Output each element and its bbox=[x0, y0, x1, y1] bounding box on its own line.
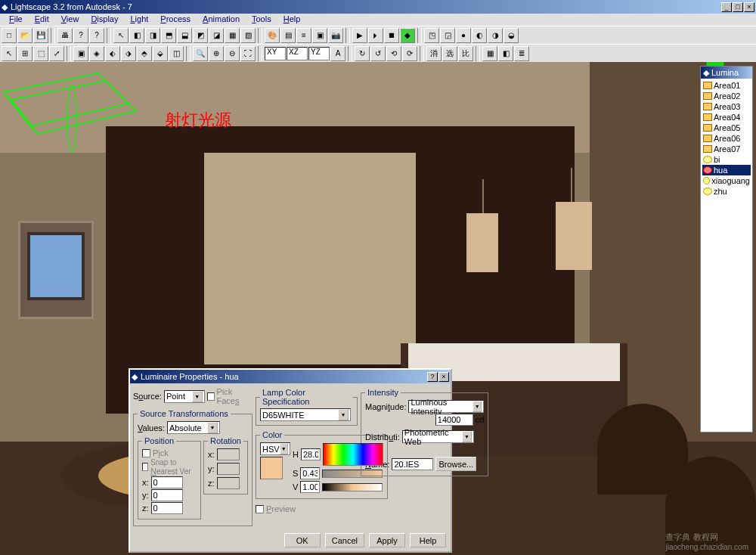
dialog-titlebar[interactable]: ◆ Luminaire Properties - hua ? × bbox=[130, 370, 451, 383]
tb1-new-icon[interactable]: □ bbox=[2, 28, 17, 43]
tb1-open-icon[interactable]: 📂 bbox=[17, 28, 33, 43]
luminaire-panel-title[interactable]: ◆ Lumina bbox=[701, 67, 752, 79]
menu-file[interactable]: File bbox=[3, 14, 29, 26]
tb1-ext5-icon[interactable]: ◑ bbox=[488, 28, 503, 43]
rx-input[interactable] bbox=[217, 448, 240, 460]
tb2-m1-icon[interactable]: ▣ bbox=[73, 46, 88, 61]
tb2-r4-icon[interactable]: ⟳ bbox=[402, 46, 417, 61]
tb1-sel2-icon[interactable]: ◨ bbox=[145, 28, 160, 43]
cancel-button[interactable]: Cancel bbox=[325, 533, 364, 547]
tree-item-Area04[interactable]: Area04 bbox=[702, 112, 751, 122]
h-input[interactable] bbox=[301, 448, 321, 460]
z-input[interactable] bbox=[151, 502, 183, 514]
tb2-m2-icon[interactable]: ◈ bbox=[89, 46, 104, 61]
close-button[interactable]: × bbox=[744, 2, 754, 12]
tree-item-hua[interactable]: hua bbox=[702, 165, 751, 175]
menu-animation[interactable]: Animation bbox=[197, 14, 246, 26]
y-input[interactable] bbox=[151, 489, 183, 501]
tb1-sel7-icon[interactable]: ▦ bbox=[225, 28, 240, 43]
x-input[interactable] bbox=[151, 476, 183, 488]
lamp-select[interactable]: D65WHITE▼ bbox=[260, 408, 351, 421]
tree-item-Area05[interactable]: Area05 bbox=[702, 122, 751, 133]
tb1-what-icon[interactable]: ? bbox=[89, 28, 104, 43]
tree-item-bi[interactable]: bi bbox=[702, 154, 751, 165]
tb2-grid-icon[interactable]: ⊞ bbox=[17, 46, 33, 61]
tb1-box-icon[interactable]: ◆ bbox=[400, 28, 415, 43]
tb1-render1-icon[interactable]: ▶ bbox=[352, 28, 367, 43]
tb1-arrow-icon[interactable]: ↖ bbox=[113, 28, 129, 43]
pick-checkbox[interactable] bbox=[142, 449, 150, 457]
apply-button[interactable]: Apply bbox=[369, 533, 405, 547]
values-select[interactable]: Absolute▼ bbox=[167, 421, 220, 434]
tb2-scale-icon[interactable]: ⤢ bbox=[49, 46, 64, 61]
menu-display[interactable]: Display bbox=[85, 14, 124, 26]
tb1-ext6-icon[interactable]: ◒ bbox=[503, 28, 519, 43]
tb2-m7-icon[interactable]: ◫ bbox=[169, 46, 184, 61]
pickfaces-checkbox[interactable] bbox=[207, 392, 215, 401]
tb1-sel6-icon[interactable]: ◪ bbox=[209, 28, 224, 43]
tree-item-Area01[interactable]: Area01 bbox=[702, 80, 751, 91]
menu-light[interactable]: Light bbox=[124, 14, 154, 26]
magnitude-type-select[interactable]: Luminous Intensity▼ bbox=[408, 400, 484, 413]
tb2-m3-icon[interactable]: ⬖ bbox=[105, 46, 120, 61]
tb2-cj3[interactable]: 比 bbox=[458, 46, 473, 61]
tb2-cj2[interactable]: 选 bbox=[442, 46, 457, 61]
tree-item-zhu[interactable]: zhu bbox=[702, 186, 751, 197]
magnitude-input[interactable] bbox=[435, 414, 473, 426]
menu-help[interactable]: Help bbox=[277, 14, 307, 26]
tb2-r2-icon[interactable]: ↺ bbox=[370, 46, 386, 61]
tb1-sel8-icon[interactable]: ▧ bbox=[240, 28, 256, 43]
tb1-sel1-icon[interactable]: ◧ bbox=[129, 28, 144, 43]
name-input[interactable] bbox=[392, 458, 433, 470]
tb1-ext1-icon[interactable]: ◳ bbox=[424, 28, 439, 43]
tb1-ext2-icon[interactable]: ◲ bbox=[440, 28, 455, 43]
viewport[interactable]: 射灯光源 ◆ Lumina Area01Area02Area03Area04Ar… bbox=[0, 62, 756, 555]
menu-edit[interactable]: Edit bbox=[29, 14, 55, 26]
v-input[interactable] bbox=[300, 481, 320, 493]
rz-input[interactable] bbox=[217, 477, 240, 489]
snap-checkbox[interactable] bbox=[142, 463, 148, 471]
dialog-close-button[interactable]: × bbox=[438, 372, 449, 382]
tb1-mat2-icon[interactable]: ▤ bbox=[280, 28, 296, 43]
tb2-cursor-icon[interactable]: ↖ bbox=[2, 46, 17, 61]
color-swatch[interactable] bbox=[260, 457, 283, 479]
dialog-help-button[interactable]: ? bbox=[427, 372, 438, 382]
tb2-zoom1-icon[interactable]: 🔍 bbox=[193, 46, 208, 61]
help-button[interactable]: Help bbox=[410, 533, 446, 547]
tb2-sm-icon[interactable]: ≣ bbox=[514, 46, 529, 61]
menu-view[interactable]: View bbox=[55, 14, 85, 26]
preview-checkbox[interactable] bbox=[256, 505, 264, 513]
tb2-fit-icon[interactable]: ⛶ bbox=[240, 46, 256, 61]
tb2-axis-xy[interactable]: XY bbox=[265, 47, 286, 60]
ok-button[interactable]: OK bbox=[284, 533, 321, 547]
color-mode-select[interactable]: HSV▼ bbox=[260, 442, 290, 455]
tb2-r1-icon[interactable]: ↻ bbox=[355, 46, 370, 61]
tb2-lk-icon[interactable]: ◧ bbox=[498, 46, 513, 61]
distrib-select[interactable]: Photometric Web▼ bbox=[402, 430, 474, 443]
tb2-r3-icon[interactable]: ⟲ bbox=[386, 46, 401, 61]
tb2-cj1[interactable]: 消 bbox=[426, 46, 442, 61]
tb1-sel4-icon[interactable]: ⬓ bbox=[177, 28, 192, 43]
tb1-ext3-icon[interactable]: ● bbox=[456, 28, 471, 43]
hue-picker[interactable] bbox=[323, 443, 383, 466]
luminaire-tree[interactable]: Area01Area02Area03Area04Area05Area06Area… bbox=[701, 79, 752, 198]
tb1-sel5-icon[interactable]: ◩ bbox=[193, 28, 208, 43]
tb1-cam-icon[interactable]: 📷 bbox=[328, 28, 343, 43]
menu-tools[interactable]: Tools bbox=[246, 14, 277, 26]
browse-button[interactable]: Browse... bbox=[435, 457, 476, 471]
tb2-col-icon[interactable]: ▦ bbox=[482, 46, 497, 61]
source-select[interactable]: Point▼ bbox=[164, 390, 205, 403]
tb1-save-icon[interactable]: 💾 bbox=[33, 28, 48, 43]
tb1-render3-icon[interactable]: ⏹ bbox=[384, 28, 399, 43]
menu-process[interactable]: Process bbox=[154, 14, 197, 26]
tb2-m6-icon[interactable]: ⬙ bbox=[153, 46, 168, 61]
tb2-axis-xz[interactable]: XZ bbox=[287, 47, 308, 60]
tree-item-Area02[interactable]: Area02 bbox=[702, 91, 751, 101]
tb1-ext4-icon[interactable]: ◐ bbox=[472, 28, 487, 43]
tree-item-Area06[interactable]: Area06 bbox=[702, 133, 751, 144]
tb1-render2-icon[interactable]: ⏵ bbox=[368, 28, 383, 43]
tree-item-Area03[interactable]: Area03 bbox=[702, 101, 751, 112]
minimize-button[interactable]: _ bbox=[721, 2, 732, 12]
tb2-cube-icon[interactable]: ⬚ bbox=[33, 46, 48, 61]
tb2-axis-yz[interactable]: YZ bbox=[308, 47, 330, 60]
